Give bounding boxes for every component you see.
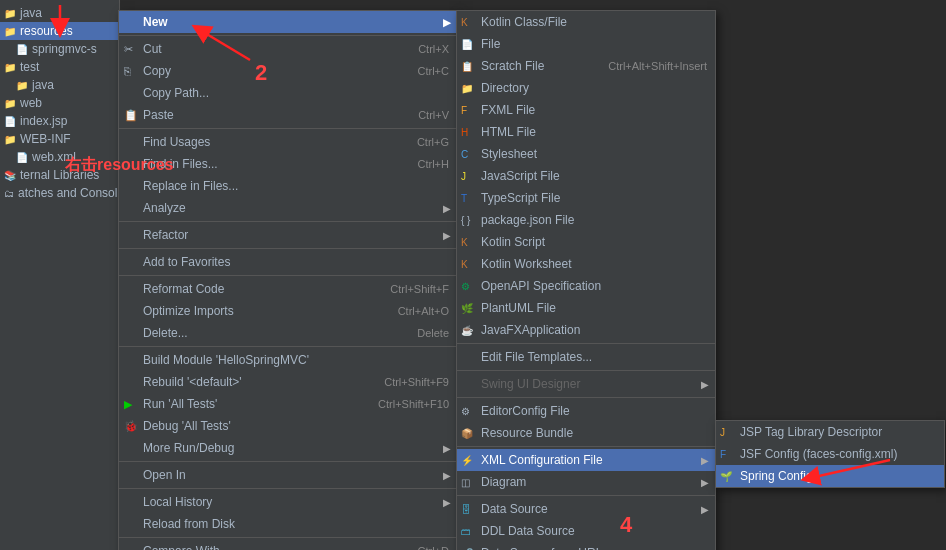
menu-item-reload-from-disk[interactable]: Reload from Disk	[119, 513, 457, 535]
menu-item-compare-with[interactable]: Compare With... Ctrl+D	[119, 540, 457, 550]
tree-item-java2[interactable]: 📁 java	[0, 76, 119, 94]
file-icon: 📄	[16, 44, 28, 55]
menu-item-diagram[interactable]: ◫ Diagram	[457, 471, 715, 493]
menu-item-open-in[interactable]: Open In	[119, 464, 457, 486]
menu-item-local-history[interactable]: Local History	[119, 491, 457, 513]
tree-item-java[interactable]: 📁 java	[0, 4, 119, 22]
menu-item-openapi[interactable]: ⚙ OpenAPI Specification	[457, 275, 715, 297]
menu-item-find-in-files[interactable]: Find in Files... Ctrl+H	[119, 153, 457, 175]
menu-item-js[interactable]: J JavaScript File	[457, 165, 715, 187]
menu-item-refactor[interactable]: Refactor	[119, 224, 457, 246]
menu-item-optimize-imports[interactable]: Optimize Imports Ctrl+Alt+O	[119, 300, 457, 322]
menu-item-copy[interactable]: ⎘ Copy Ctrl+C	[119, 60, 457, 82]
library-icon: 📚	[4, 170, 16, 181]
kotlin-icon: K	[461, 17, 468, 28]
separator	[119, 35, 457, 36]
menu-item-jsp-tag-lib[interactable]: J JSP Tag Library Descriptor	[716, 421, 944, 443]
menu-item-jsf-config[interactable]: F JSF Config (faces-config.xml)	[716, 443, 944, 465]
tree-item-springmvc[interactable]: 📄 springmvc-s	[0, 40, 119, 58]
separator	[457, 397, 715, 398]
html-icon: H	[461, 127, 468, 138]
tree-item-libraries[interactable]: 📚 ternal Libraries	[0, 166, 119, 184]
menu-item-new[interactable]: New	[119, 11, 457, 33]
tree-item-index[interactable]: 📄 index.jsp	[0, 112, 119, 130]
menu-item-more-run[interactable]: More Run/Debug	[119, 437, 457, 459]
menu-item-run-tests[interactable]: ▶ Run 'All Tests' Ctrl+Shift+F10	[119, 393, 457, 415]
plantuml-icon: 🌿	[461, 303, 473, 314]
menu-item-kotlin-class[interactable]: K Kotlin Class/File	[457, 11, 715, 33]
separator	[119, 488, 457, 489]
xml-file-icon: 📄	[16, 152, 28, 163]
tree-item-web[interactable]: 📁 web	[0, 94, 119, 112]
menu-item-debug-tests[interactable]: 🐞 Debug 'All Tests'	[119, 415, 457, 437]
kotlin-worksheet-icon: K	[461, 259, 468, 270]
menu-item-resource-bundle[interactable]: 📦 Resource Bundle	[457, 422, 715, 444]
menu-item-data-source-url[interactable]: 🔗 Data Source from URL	[457, 542, 715, 550]
menu-item-scratch-file[interactable]: 📋 Scratch File Ctrl+Alt+Shift+Insert	[457, 55, 715, 77]
menu-item-plantuml[interactable]: 🌿 PlantUML File	[457, 297, 715, 319]
tree-item-webinf[interactable]: 📁 WEB-INF	[0, 130, 119, 148]
menu-item-xml-config[interactable]: ⚡ XML Configuration File	[457, 449, 715, 471]
kotlin-script-icon: K	[461, 237, 468, 248]
menu-item-package-json[interactable]: { } package.json File	[457, 209, 715, 231]
menu-item-find-usages[interactable]: Find Usages Ctrl+G	[119, 131, 457, 153]
ts-icon: T	[461, 193, 467, 204]
menu-item-kotlin-script[interactable]: K Kotlin Script	[457, 231, 715, 253]
menu-item-paste[interactable]: 📋 Paste Ctrl+V	[119, 104, 457, 126]
fxml-icon: F	[461, 105, 467, 116]
menu-item-data-source[interactable]: 🗄 Data Source	[457, 498, 715, 520]
separator	[119, 128, 457, 129]
scratches-icon: 🗂	[4, 188, 14, 199]
menu-item-spring-config[interactable]: 🌱 Spring Config	[716, 465, 944, 487]
context-menu-1: New ✂ Cut Ctrl+X ⎘ Copy Ctrl+C Copy Path…	[118, 10, 458, 550]
separator	[457, 446, 715, 447]
editorconfig-icon: ⚙	[461, 406, 470, 417]
menu-item-edit-templates[interactable]: Edit File Templates...	[457, 346, 715, 368]
menu-item-kotlin-worksheet[interactable]: K Kotlin Worksheet	[457, 253, 715, 275]
menu-item-editorconfig[interactable]: ⚙ EditorConfig File	[457, 400, 715, 422]
menu-item-ddl-data-source[interactable]: 🗃 DDL Data Source	[457, 520, 715, 542]
separator	[119, 248, 457, 249]
menu-item-cut[interactable]: ✂ Cut Ctrl+X	[119, 38, 457, 60]
menu-item-add-to-favorites[interactable]: Add to Favorites	[119, 251, 457, 273]
folder-icon: 📁	[4, 98, 16, 109]
java-icon: ☕	[461, 325, 473, 336]
cut-icon: ✂	[124, 43, 133, 56]
separator	[457, 370, 715, 371]
menu-item-stylesheet[interactable]: C Stylesheet	[457, 143, 715, 165]
ddl-icon: 🗃	[461, 526, 471, 537]
tree-item-scratches[interactable]: 🗂 atches and Consoles	[0, 184, 119, 202]
css-icon: C	[461, 149, 468, 160]
menu-item-delete[interactable]: Delete... Delete	[119, 322, 457, 344]
menu-item-analyze[interactable]: Analyze	[119, 197, 457, 219]
menu-item-build-module[interactable]: Build Module 'HelloSpringMVC'	[119, 349, 457, 371]
copy-icon: ⎘	[124, 65, 131, 77]
directory-icon: 📁	[461, 83, 473, 94]
menu-item-fxml[interactable]: F FXML File	[457, 99, 715, 121]
context-menu-3: J JSP Tag Library Descriptor F JSF Confi…	[715, 420, 945, 488]
menu-item-directory[interactable]: 📁 Directory	[457, 77, 715, 99]
menu-item-ts[interactable]: T TypeScript File	[457, 187, 715, 209]
menu-item-replace-in-files[interactable]: Replace in Files...	[119, 175, 457, 197]
tree-item-resources[interactable]: 📁 resources	[0, 22, 119, 40]
separator	[119, 461, 457, 462]
jsp-icon: J	[720, 427, 725, 438]
menu-item-file[interactable]: 📄 File	[457, 33, 715, 55]
openapi-icon: ⚙	[461, 281, 470, 292]
menu-item-html[interactable]: H HTML File	[457, 121, 715, 143]
file-tree: 📁 java 📁 resources 📄 springmvc-s 📁 test …	[0, 0, 120, 550]
separator	[457, 343, 715, 344]
menu-item-reformat-code[interactable]: Reformat Code Ctrl+Shift+F	[119, 278, 457, 300]
json-icon: { }	[461, 215, 470, 226]
separator	[119, 221, 457, 222]
menu-item-javafx[interactable]: ☕ JavaFXApplication	[457, 319, 715, 341]
context-menu-2: K Kotlin Class/File 📄 File 📋 Scratch Fil…	[456, 10, 716, 550]
scratch-icon: 📋	[461, 61, 473, 72]
menu-item-rebuild[interactable]: Rebuild '<default>' Ctrl+Shift+F9	[119, 371, 457, 393]
jsf-icon: F	[720, 449, 726, 460]
tree-item-webxml[interactable]: 📄 web.xml	[0, 148, 119, 166]
tree-item-test[interactable]: 📁 test	[0, 58, 119, 76]
spring-icon: 🌱	[720, 471, 732, 482]
menu-item-copy-path[interactable]: Copy Path...	[119, 82, 457, 104]
xml-icon: ⚡	[461, 455, 473, 466]
